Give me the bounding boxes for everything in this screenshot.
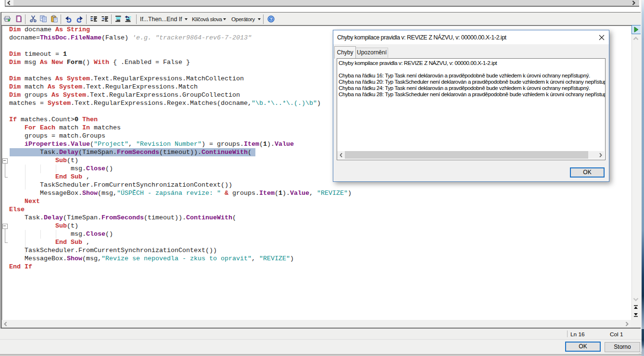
svg-text:?: ?	[270, 17, 273, 22]
